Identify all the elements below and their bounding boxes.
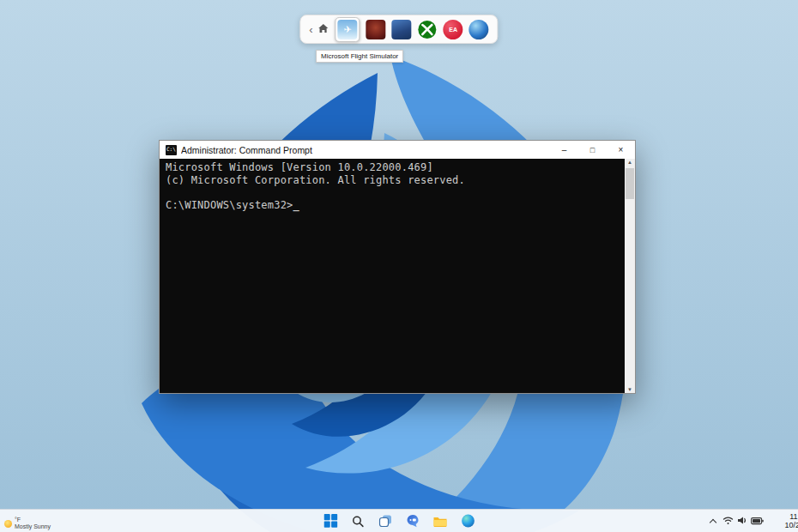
chat-icon[interactable] (405, 513, 421, 529)
show-hidden-icons-chevron[interactable] (710, 518, 716, 525)
window-title: Administrator: Command Prompt (181, 145, 550, 155)
start-button[interactable] (323, 513, 339, 529)
game-sphere-icon[interactable] (469, 20, 489, 39)
terminal-line: Microsoft Windows [Version 10.0.22000.46… (166, 161, 619, 174)
scroll-down-icon[interactable]: ▼ (625, 387, 635, 392)
terminal-prompt: C:\WINDOWS\system32> (166, 199, 293, 211)
flight-simulator-icon-selected[interactable]: ✈ (336, 17, 360, 42)
tray-status-icons[interactable] (722, 513, 764, 529)
terminal-line: (c) Microsoft Corporation. All rights re… (166, 174, 619, 187)
back-chevron-icon[interactable]: ‹ (309, 24, 312, 35)
command-prompt-window: C:\ Administrator: Command Prompt – □ × … (159, 140, 636, 394)
gamebar-nav: ‹ (309, 21, 329, 37)
terminal-output[interactable]: Microsoft Windows [Version 10.0.22000.46… (160, 159, 625, 393)
game-red-icon[interactable] (366, 20, 386, 39)
widgets-weather-button[interactable]: °F Mostly Sunny (4, 517, 51, 530)
taskbar-center-icons (323, 510, 476, 532)
clock-time: 11: (771, 512, 798, 522)
clock[interactable]: 11: 10/2 (771, 512, 798, 530)
wifi-icon (722, 513, 734, 529)
scrollbar-thumb[interactable] (626, 168, 634, 199)
weather-condition: Mostly Sunny (15, 523, 51, 530)
desktop: ‹ ✈ EA Microsoft Flight Simulator (0, 0, 798, 532)
cmd-app-icon: C:\ (166, 145, 177, 155)
terminal-cursor: _ (293, 199, 299, 211)
game-blue-icon[interactable] (392, 20, 412, 39)
system-tray: 11: 10/2 (710, 510, 796, 532)
search-icon[interactable] (350, 513, 366, 529)
terminal-scrollbar[interactable]: ▲ ▼ (625, 159, 635, 393)
terminal-blank-line (166, 186, 619, 199)
title-bar[interactable]: C:\ Administrator: Command Prompt – □ × (160, 141, 635, 159)
weather-temp: °F (15, 517, 51, 523)
flight-simulator-icon[interactable]: ✈ (338, 20, 358, 39)
battery-icon (751, 513, 764, 529)
plane-glyph-icon: ✈ (344, 24, 352, 35)
ea-label: EA (449, 27, 457, 33)
clock-date: 10/2 (771, 521, 798, 530)
file-explorer-icon[interactable] (432, 513, 449, 529)
xbox-icon[interactable] (418, 20, 438, 39)
terminal-prompt-line: C:\WINDOWS\system32>_ (166, 199, 619, 212)
ea-play-icon[interactable]: EA (444, 20, 463, 39)
edge-icon[interactable] (460, 513, 476, 529)
weather-sun-icon (4, 520, 12, 528)
volume-icon (737, 513, 747, 529)
task-view-icon[interactable] (378, 513, 394, 529)
scroll-up-icon[interactable]: ▲ (625, 160, 635, 165)
tooltip: Microsoft Flight Simulator (316, 50, 403, 63)
home-icon[interactable] (318, 21, 329, 37)
maximize-button[interactable]: □ (578, 141, 607, 159)
close-button[interactable]: × (607, 141, 635, 159)
minimize-button[interactable]: – (550, 141, 578, 159)
taskbar: °F Mostly Sunny (0, 509, 798, 532)
game-launcher-bar: ‹ ✈ EA (299, 15, 498, 44)
